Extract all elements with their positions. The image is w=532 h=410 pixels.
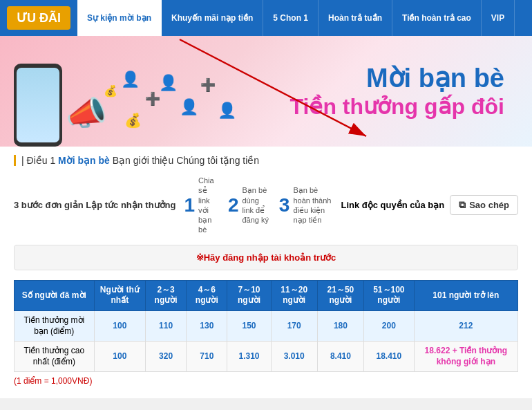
nav-bar: ƯU ĐÃI Sự kiện mời bạn Khuyến mãi nạp ti… (0, 0, 532, 36)
phone-shape (14, 64, 62, 147)
megaphone-icon: 📣 (66, 94, 107, 133)
th-21-50: 21～50 người (317, 280, 363, 310)
th-101plus: 101 người trở lên (414, 280, 517, 310)
banner: 📣 👤 ➕ 👤 👤 ➕ 👤 💰 💰 Mời bạn bè Tiền thưởng… (0, 36, 532, 147)
nav-item-invite[interactable]: Sự kiện mời bạn (77, 0, 162, 36)
section-desc: Bạn giới thiệu Chúng tôi tặng tiền (113, 155, 259, 166)
row2-val-1: 100 (94, 342, 145, 372)
th-7-10: 7～10 người (227, 280, 271, 310)
user-icon-1: 👤 (121, 71, 140, 88)
nav-item-tienhoan[interactable]: Tiền hoàn trả cao (392, 0, 482, 36)
row2-val-2: 320 (146, 342, 187, 372)
reward-table: Số người đã mời Người thứ nhất 2～3 người… (14, 280, 518, 373)
th-4-6: 4～6 người (187, 280, 227, 310)
user-icon-3: 👤 (180, 98, 198, 116)
th-51-100: 51～100 người (364, 280, 415, 310)
coin-icon-2: 💰 (104, 84, 117, 97)
coin-icon: 💰 (124, 112, 142, 129)
step-text-3: Bạn bè hoàn thành điều kiện nạp tiền (293, 185, 334, 225)
th-11-20: 11～20 người (271, 280, 317, 310)
step-num-3: 3 (279, 196, 290, 215)
step-1: 1 Chia sẻ link với bạn bè (184, 176, 219, 235)
table-header-row: Số người đã mời Người thứ nhất 2～3 người… (15, 280, 518, 310)
table-row-max-bonus: Tiền thưởng cao nhất (điểm) 100 320 710 … (15, 342, 518, 372)
main-content: 📣 👤 ➕ 👤 👤 ➕ 👤 💰 💰 Mời bạn bè Tiền thưởng… (0, 36, 532, 398)
banner-text: Mời bạn bè Tiền thưởng gấp đôi (290, 63, 504, 120)
copy-label: Sao chép (469, 200, 509, 210)
link-label: Link độc quyền của bạn (341, 200, 444, 210)
row1-label: Tiền thưởng mời bạn (điểm) (15, 310, 95, 341)
row2-val-3: 710 (187, 342, 227, 372)
banner-illustration: 📣 👤 ➕ 👤 👤 ➕ 👤 💰 💰 (14, 64, 73, 147)
banner-title: Mời bạn bè (290, 63, 504, 93)
plus-icon-1: ➕ (145, 91, 160, 106)
row2-val-7: 18.410 (364, 342, 415, 372)
row1-val-8: 212 (414, 310, 517, 341)
row2-val-4: 1.310 (227, 342, 271, 372)
banner-subtitle: Tiền thưởng gấp đôi (290, 93, 504, 120)
link-area: Link độc quyền của bạn ⧉ Sao chép (341, 195, 518, 215)
row1-val-2: 110 (146, 310, 187, 341)
th-1st: Người thứ nhất (94, 280, 145, 310)
row2-label: Tiền thưởng cao nhất (điểm) (15, 342, 95, 372)
plus-icon-2: ➕ (200, 77, 216, 93)
step-text-1: Chia sẻ link với bạn bè (198, 176, 220, 235)
row2-val-8: 18.622 + Tiền thưởng không giới hạn (414, 342, 517, 372)
table-note: (1 điểm = 1,000VNĐ) (14, 372, 518, 390)
row1-val-5: 170 (271, 310, 317, 341)
row1-val-1: 100 (94, 310, 145, 341)
nav-item-5chon1[interactable]: 5 Chon 1 (263, 0, 319, 36)
section-highlight: Mời bạn bè (58, 155, 110, 166)
nav-items: Sự kiện mời bạn Khuyến mãi nạp tiền 5 Ch… (77, 0, 515, 36)
copy-icon: ⧉ (459, 199, 466, 211)
nav-item-hoantra[interactable]: Hoàn trả tuần (319, 0, 392, 36)
login-notice: ※Hãy đăng nhập tài khoản trước (14, 245, 518, 270)
row1-val-3: 130 (187, 310, 227, 341)
nav-logo[interactable]: ƯU ĐÃI (7, 6, 70, 30)
steps-header-label: 3 bước đơn giản Lập tức nhận thưởng (14, 200, 175, 210)
copy-button[interactable]: ⧉ Sao chép (450, 195, 518, 215)
table-row-invite-bonus: Tiền thưởng mời bạn (điểm) 100 110 130 1… (15, 310, 518, 341)
step-3: 3 Bạn bè hoàn thành điều kiện nạp tiền (279, 185, 334, 225)
step-2: 2 Bạn bè dùng link để đăng ký (228, 185, 271, 225)
row2-val-6: 8.410 (317, 342, 363, 372)
th-2-3: 2～3 người (146, 280, 187, 310)
step-num-2: 2 (228, 196, 239, 215)
row1-val-7: 200 (364, 310, 415, 341)
row2-val-5: 3.010 (271, 342, 317, 372)
step-num-1: 1 (184, 196, 195, 215)
row1-val-4: 150 (227, 310, 271, 341)
section-num: | Điều 1 (21, 155, 55, 166)
user-icon-2: 👤 (159, 74, 178, 92)
nav-item-vip[interactable]: VIP (482, 0, 515, 36)
step-text-2: Bạn bè dùng link để đăng ký (243, 185, 271, 225)
promo-section: | Điều 1 Mời bạn bè Bạn giới thiệu Chúng… (0, 147, 532, 398)
row1-val-6: 180 (317, 310, 363, 341)
steps-row: 3 bước đơn giản Lập tức nhận thưởng 1 Ch… (14, 176, 518, 235)
section-title: | Điều 1 Mời bạn bè Bạn giới thiệu Chúng… (14, 155, 518, 166)
nav-item-deposit[interactable]: Khuyến mãi nạp tiền (162, 0, 263, 36)
th-invited: Số người đã mời (15, 280, 95, 310)
user-icon-4: 👤 (218, 102, 236, 120)
